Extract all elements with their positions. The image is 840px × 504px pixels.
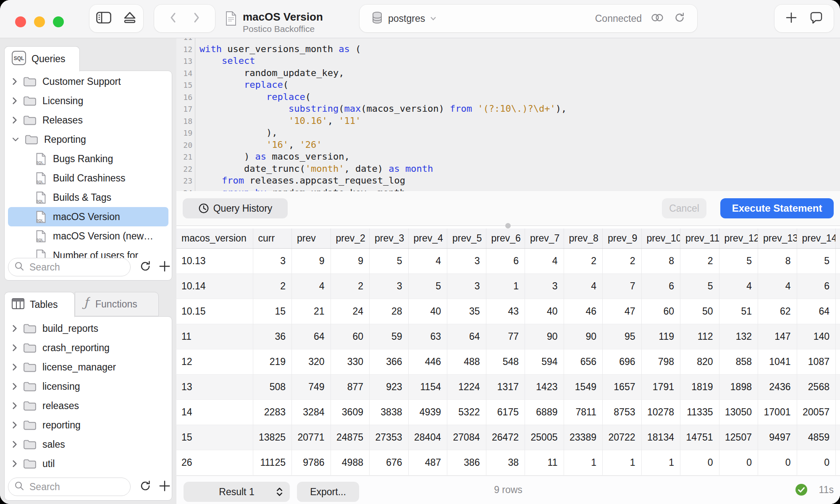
cell[interactable]: 330 [331, 349, 370, 375]
cell[interactable]: 6889 [525, 400, 564, 425]
cell[interactable]: 366 [370, 349, 409, 375]
sidebar-item-macos-version[interactable]: SQLmacOS Version [8, 207, 168, 226]
cell[interactable]: 26472 [486, 425, 525, 450]
schema-item-reporting[interactable]: reporting [5, 415, 172, 435]
tables-search-field[interactable] [8, 478, 131, 496]
column-header-macos-version[interactable]: macos_version [176, 228, 253, 249]
sidebar-item-build-crashiness[interactable]: SQLBuild Crashiness [5, 168, 172, 188]
cell[interactable]: 446 [408, 349, 447, 375]
chevron-right-icon[interactable] [12, 116, 17, 124]
table-row[interactable]: 10.15152124284035434046476050516264 [176, 299, 840, 324]
cell[interactable]: 60 [641, 299, 680, 324]
schema-item-licensing[interactable]: licensing [5, 377, 172, 396]
minimize-window-button[interactable] [34, 16, 45, 27]
cell[interactable]: 5 [797, 249, 836, 274]
cell[interactable]: 1657 [603, 375, 642, 400]
column-header-prev-2[interactable]: prev_2 [331, 228, 370, 249]
chevron-right-icon[interactable] [12, 344, 17, 352]
cell[interactable]: 877 [331, 375, 370, 400]
sidebar-item-customer-support[interactable]: Customer Support [5, 72, 172, 91]
column-header-prev-3[interactable]: prev_3 [370, 228, 409, 249]
cell[interactable]: 548 [486, 349, 525, 375]
table-row[interactable]: 1136646059636477909095119112132147140 [176, 324, 840, 349]
cell[interactable]: 77 [486, 324, 525, 349]
cell[interactable] [836, 349, 840, 375]
cell[interactable]: 8 [641, 249, 680, 274]
refresh-queries-icon[interactable] [139, 260, 152, 274]
cell[interactable]: 119 [641, 324, 680, 349]
cell[interactable]: 8753 [603, 400, 642, 425]
cell[interactable]: 320 [292, 349, 331, 375]
column-header-prev[interactable]: prev [292, 228, 331, 249]
cell[interactable]: 13825 [253, 425, 292, 450]
cell[interactable]: 50 [680, 299, 719, 324]
add-query-icon[interactable] [158, 260, 171, 274]
feedback-chat-icon[interactable] [810, 11, 823, 26]
cell[interactable]: 923 [370, 375, 409, 400]
cell[interactable]: 5322 [447, 400, 486, 425]
back-icon[interactable] [169, 12, 176, 25]
cell[interactable]: 1549 [564, 375, 603, 400]
sidebar-item-reporting[interactable]: Reporting [5, 130, 172, 149]
cell[interactable]: 0 [719, 450, 758, 475]
cell[interactable] [836, 400, 840, 425]
cell[interactable]: 64 [447, 324, 486, 349]
cell[interactable]: 2436 [758, 375, 797, 400]
cell[interactable]: 0 [797, 450, 836, 475]
cell[interactable]: 0 [758, 450, 797, 475]
cell[interactable]: 28 [370, 299, 409, 324]
cell[interactable]: 3 [525, 274, 564, 299]
chevron-right-icon[interactable] [12, 441, 17, 448]
cell[interactable]: 15 [253, 299, 292, 324]
cell[interactable]: 6 [641, 274, 680, 299]
cell[interactable]: 62 [758, 299, 797, 324]
column-header-prev-6[interactable]: prev_6 [486, 228, 525, 249]
cell[interactable]: 112 [680, 324, 719, 349]
cell[interactable]: 14 [176, 400, 253, 425]
cell[interactable]: 4 [292, 274, 331, 299]
cell[interactable]: 9 [331, 249, 370, 274]
schema-item-build-reports[interactable]: build_reports [5, 319, 172, 338]
cell[interactable]: 11 [525, 450, 564, 475]
query-history-button[interactable]: Query History [183, 198, 288, 218]
cell[interactable]: 12 [176, 349, 253, 375]
close-window-button[interactable] [15, 16, 26, 27]
cell[interactable]: 4939 [408, 400, 447, 425]
reload-connection-icon[interactable] [674, 12, 685, 25]
cell[interactable]: 1 [564, 450, 603, 475]
cell[interactable]: 38 [486, 450, 525, 475]
cell[interactable]: 40 [408, 299, 447, 324]
cell[interactable]: 20057 [797, 400, 836, 425]
chevron-right-icon[interactable] [12, 421, 17, 429]
chevron-right-icon[interactable] [12, 402, 17, 410]
cell[interactable]: 1898 [719, 375, 758, 400]
schema-item-crash-reporting[interactable]: crash_reporting [5, 338, 172, 357]
cell[interactable]: 5 [408, 274, 447, 299]
refresh-tables-icon[interactable] [139, 480, 152, 494]
cell[interactable] [836, 274, 840, 299]
cell[interactable]: 36 [253, 324, 292, 349]
cell[interactable]: 14751 [680, 425, 719, 450]
table-row[interactable]: 10.14242353134765446 [176, 274, 840, 299]
tables-search-input[interactable] [29, 481, 124, 493]
cell[interactable]: 8 [758, 249, 797, 274]
cell[interactable]: 147 [758, 324, 797, 349]
sidebar-item-macos-version-new[interactable]: SQLmacOS Version (new… [5, 226, 172, 246]
cell[interactable]: 10.15 [176, 299, 253, 324]
add-table-icon[interactable] [158, 480, 171, 494]
cell[interactable]: 2 [331, 274, 370, 299]
column-header-prev-4[interactable]: prev_4 [408, 228, 447, 249]
cell[interactable] [836, 450, 840, 475]
toggle-sidebar-icon[interactable] [96, 11, 111, 26]
schema-item-util[interactable]: util [5, 454, 172, 473]
cell[interactable]: 798 [641, 349, 680, 375]
cell[interactable]: 26 [176, 450, 253, 475]
cell[interactable]: 18134 [641, 425, 680, 450]
column-header-prev-7[interactable]: prev_7 [525, 228, 564, 249]
column-header-prev-11[interactable]: prev_11 [680, 228, 719, 249]
cell[interactable]: 11335 [680, 400, 719, 425]
cell[interactable]: 10.13 [176, 249, 253, 274]
cancel-button[interactable]: Cancel [662, 198, 706, 218]
cell[interactable]: 488 [447, 349, 486, 375]
table-row[interactable]: 1221932033036644648854859465669679882085… [176, 349, 840, 375]
